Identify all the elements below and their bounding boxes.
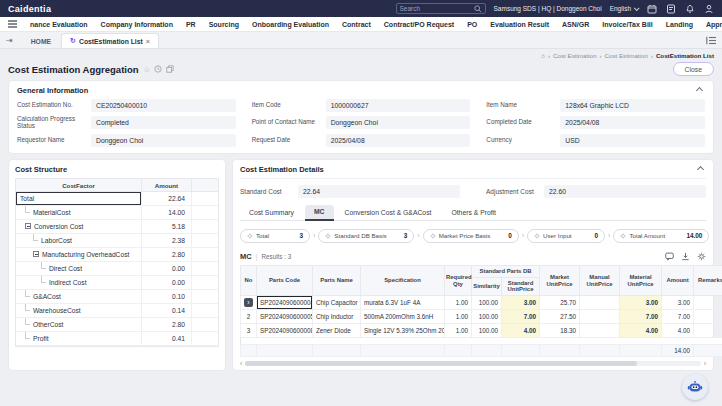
column-header-material-unitprice[interactable]: Material UnitPrice [620, 265, 662, 295]
tab-cost-summary[interactable]: Cost Summary [240, 206, 303, 220]
cell-remarks[interactable] [694, 324, 722, 338]
cell-manual-unitprice[interactable] [580, 310, 620, 324]
scrollbar-track[interactable] [245, 361, 700, 366]
table-row-manufacturing-overheadcost[interactable]: Manufacturing OverheadCost2.80 [16, 248, 218, 262]
collapse-chevron-icon[interactable] [697, 166, 704, 173]
table-row-profit[interactable]: Profit0.41 [16, 332, 218, 346]
chip-user-input[interactable]: User Input0 [527, 229, 605, 243]
table-row-total[interactable]: Total22.64 [16, 192, 218, 206]
scroll-right-icon[interactable]: › [704, 360, 706, 367]
history-clock-icon[interactable] [154, 65, 162, 73]
table-row[interactable]: 2 SP2024090600005 Chip Inductor 500mA 20… [241, 310, 722, 324]
cell-specification[interactable]: Single 12V 5.39% 25Ohm 200mV [361, 324, 445, 338]
menu-item-company-information[interactable]: Company Information [101, 21, 173, 28]
column-header-manual-unitprice[interactable]: Manual UnitPrice [580, 265, 620, 295]
tab-mc[interactable]: MC [305, 205, 334, 221]
column-header-similarity[interactable]: Similarity [472, 277, 502, 296]
tab-list-icon[interactable] [706, 36, 716, 45]
cell-parts-name[interactable]: Chip Capacitor [313, 296, 361, 310]
tab-home[interactable]: HOME [21, 35, 61, 48]
tab-conversion-cost-gacost[interactable]: Conversion Cost & G&ACost [336, 206, 441, 220]
table-row-warehousecost[interactable]: WarehouseCost0.14 [16, 304, 218, 318]
cell-standard-unitprice[interactable]: 3.00 [502, 296, 540, 310]
column-header-parts-code[interactable]: Parts Code [257, 265, 313, 295]
chip-total-amount[interactable]: Total Amount14.00 [613, 229, 709, 243]
language-selector[interactable]: English [610, 5, 638, 12]
menu-item-contract-po-request[interactable]: Contract/PO Request [384, 21, 454, 28]
download-icon[interactable] [681, 252, 690, 261]
cell-required-qty[interactable]: 1.00 [445, 296, 472, 310]
collapse-chevron-icon[interactable] [696, 87, 703, 94]
menu-item-po[interactable]: PO [467, 21, 477, 28]
cell-parts-code[interactable]: SP2024090600008 [257, 324, 313, 338]
chatbot-fab-button[interactable] [682, 374, 708, 400]
menu-item-evaluation-result[interactable]: Evaluation Result [490, 21, 549, 28]
collapse-node-icon[interactable] [33, 251, 39, 257]
cell-remarks[interactable] [694, 296, 722, 310]
pin-tabs-icon[interactable]: ⇥ [6, 36, 13, 45]
menu-item-pr[interactable]: PR [186, 21, 196, 28]
table-row[interactable]: 3 SP2024090600008 Zener Diode Single 12V… [241, 324, 722, 338]
cell-amount[interactable]: 4.00 [662, 324, 694, 338]
menu-item-landing[interactable]: Landing [666, 21, 693, 28]
cell-material-unitprice[interactable]: 4.00 [620, 324, 662, 338]
cell-material-unitprice[interactable]: 3.00 [620, 296, 662, 310]
cell-market-unitprice[interactable]: 25.70 [540, 296, 580, 310]
column-header-parts-name[interactable]: Parts Name [313, 265, 361, 295]
close-tab-icon[interactable]: × [146, 38, 150, 45]
scroll-left-icon[interactable]: ‹ [240, 360, 242, 367]
cell-parts-name[interactable]: Zener Diode [313, 324, 361, 338]
menu-item-finance-evaluation[interactable]: nance Evaluation [30, 21, 88, 28]
cell-standard-unitprice[interactable]: 7.00 [502, 310, 540, 324]
cell-specification[interactable]: murata 6.3V 1uF 4A [361, 296, 445, 310]
cell-similarity[interactable]: 100.00 [472, 324, 502, 338]
menu-item-approval[interactable]: Approval [706, 21, 722, 28]
tab-others-profit[interactable]: Others & Profit [442, 206, 505, 220]
cell-standard-unitprice[interactable]: 4.00 [502, 324, 540, 338]
cell-market-unitprice[interactable]: 27.50 [540, 310, 580, 324]
collapse-node-icon[interactable] [25, 223, 31, 229]
menu-item-asn-gr[interactable]: ASN/GR [562, 21, 589, 28]
chip-standard-db-basis[interactable]: Standard DB Basis3 [318, 229, 414, 243]
column-header-standard-unitprice[interactable]: Standard UnitPrice [502, 277, 540, 296]
cell-parts-name[interactable]: Chip Inductor [313, 310, 361, 324]
cell-specification[interactable]: 500mA 200mOhm 3.6nH [361, 310, 445, 324]
cell-market-unitprice[interactable]: 18.30 [540, 324, 580, 338]
column-header-amount[interactable]: Amount [662, 265, 694, 295]
refresh-icon[interactable]: ↻ [70, 37, 76, 45]
calendar-icon[interactable] [646, 3, 657, 14]
favorite-star-icon[interactable]: ☆ [144, 65, 151, 74]
settings-gear-icon[interactable] [697, 252, 706, 261]
table-row[interactable]: › SP2024090600004 Chip Capacitor murata … [241, 296, 722, 310]
menu-item-onboarding-evaluation[interactable]: Onboarding Evaluation [252, 21, 329, 28]
note-icon[interactable] [665, 3, 676, 14]
column-header-required-qty[interactable]: Required Qty [445, 265, 472, 295]
close-button[interactable]: Close [673, 62, 714, 76]
global-search[interactable] [396, 3, 486, 14]
cell-material-unitprice[interactable]: 7.00 [620, 310, 662, 324]
cell-remarks[interactable] [694, 310, 722, 324]
menu-item-invoice-tax-bill[interactable]: Invoice/Tax Bill [602, 21, 652, 28]
table-row-indirect-cost[interactable]: Indirect Cost0.00 [16, 276, 218, 290]
home-icon[interactable]: ⌂ [541, 52, 545, 59]
cell-similarity[interactable]: 100.00 [472, 296, 502, 310]
search-icon[interactable] [474, 5, 482, 13]
column-header-market-unitprice[interactable]: Market UnitPrice [540, 265, 580, 295]
cell-similarity[interactable]: 100.00 [472, 310, 502, 324]
user-info[interactable]: Samsung SDS | HQ | Donggeon Choi [494, 5, 602, 12]
tab-cost-estimation-list[interactable]: ↻ CostEstimation List × [61, 33, 159, 48]
horizontal-scrollbar[interactable]: ‹ › [240, 360, 706, 366]
menu-item-contract[interactable]: Contract [342, 21, 371, 28]
table-row-laborcost[interactable]: LaborCost2.38 [16, 234, 218, 248]
cell-manual-unitprice[interactable] [580, 324, 620, 338]
breadcrumb-item[interactable]: Cost Estimation [553, 52, 596, 59]
column-header-specification[interactable]: Specification [361, 265, 445, 295]
cell-amount[interactable]: 7.00 [662, 310, 694, 324]
cell-manual-unitprice[interactable] [580, 296, 620, 310]
chip-total[interactable]: Total3 [240, 229, 310, 243]
bell-icon[interactable] [684, 3, 695, 14]
scrollbar-thumb[interactable] [245, 361, 637, 366]
table-row-ga-cost[interactable]: G&ACost0.10 [16, 290, 218, 304]
breadcrumb-item[interactable]: Cost Estimation [605, 52, 648, 59]
column-header-remarks[interactable]: Remarks [694, 265, 722, 295]
